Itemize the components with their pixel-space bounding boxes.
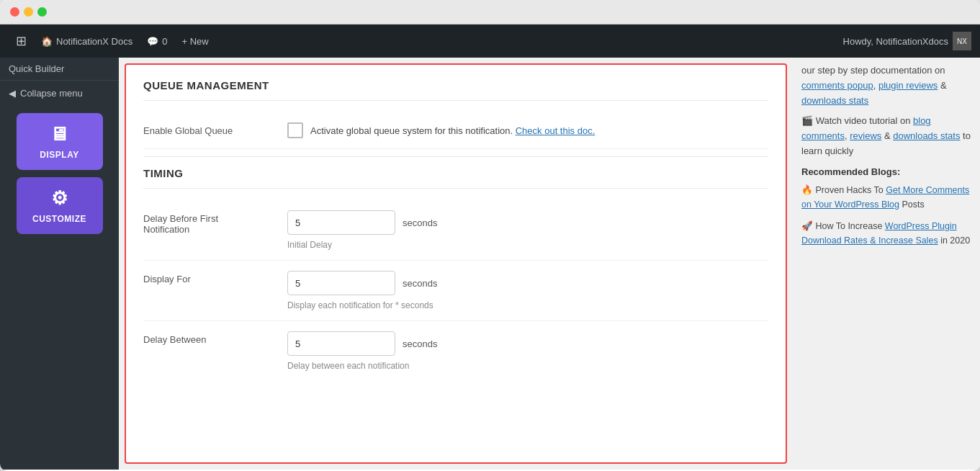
main-panel: QUEUE MANAGEMENT Enable Global Queue Act… — [119, 58, 793, 470]
new-item[interactable]: + New — [174, 24, 215, 58]
comments-count: 0 — [162, 36, 167, 47]
collapse-icon: ◀ — [9, 88, 16, 99]
queue-section-title: QUEUE MANAGEMENT — [143, 79, 768, 101]
delay-before-unit: seconds — [403, 217, 437, 228]
blog-item-2: 🚀 How To Increase WordPress Plugin Downl… — [801, 219, 971, 248]
enable-global-queue-label: Enable Global Queue — [143, 122, 287, 136]
delay-between-hint: Delay between each notification — [287, 361, 768, 371]
wp-icon: ⊞ — [16, 33, 27, 49]
display-for-input[interactable] — [287, 271, 395, 295]
form-container: QUEUE MANAGEMENT Enable Global Queue Act… — [125, 63, 787, 464]
display-for-field: seconds Display each notification for * … — [287, 271, 768, 310]
display-for-input-row: seconds — [287, 271, 768, 295]
admin-bar: ⊞ 🏠 NotificationX Docs 💬 0 + New Howdy, … — [0, 24, 980, 58]
display-for-unit: seconds — [403, 278, 437, 289]
video-intro-text: Watch video tutorial on — [816, 115, 911, 126]
enable-global-queue-field-row: Activate global queue system for this no… — [287, 122, 768, 138]
maximize-button[interactable] — [37, 7, 47, 17]
timing-section-title: TIMING — [143, 167, 768, 189]
window-chrome — [0, 0, 980, 24]
content-area: QUEUE MANAGEMENT Enable Global Queue Act… — [119, 58, 980, 470]
delay-before-input[interactable] — [287, 210, 395, 235]
right-intro: our step by step documentation on commen… — [801, 63, 971, 108]
delay-between-input[interactable] — [287, 331, 395, 356]
enable-global-queue-desc-text: Activate global queue system for this no… — [310, 125, 513, 136]
collapse-label: Collapse menu — [20, 88, 83, 99]
blog1-suffix: Posts — [902, 199, 924, 210]
avatar: NX — [953, 32, 971, 50]
display-label: DISPLAY — [40, 150, 78, 160]
main-layout: Quick Builder ◀ Collapse menu 🖥 DISPLAY … — [0, 58, 980, 470]
enable-global-queue-row: Enable Global Queue Activate global queu… — [143, 112, 768, 149]
display-for-hint: Display each notification for * seconds — [287, 300, 768, 310]
nav-items: 🖥 DISPLAY ⚙ CUSTOMIZE — [0, 106, 119, 241]
delay-between-row: Delay Between seconds Delay between each… — [143, 321, 768, 381]
new-label: + New — [181, 36, 208, 47]
comments-item[interactable]: 💬 0 — [140, 24, 174, 58]
enable-global-queue-field: Activate global queue system for this no… — [287, 122, 768, 138]
site-name: NotificationX Docs — [56, 36, 132, 47]
blog2-prefix: 🚀 How To Increase — [801, 221, 882, 231]
right-sidebar: our step by step documentation on commen… — [793, 58, 980, 470]
blog2-suffix: in 2020 — [940, 236, 970, 246]
plugin-reviews-link[interactable]: plugin reviews — [878, 80, 938, 91]
blog1-prefix: 🔥 Proven Hacks To — [801, 185, 884, 195]
minimize-button[interactable] — [24, 7, 33, 17]
sidebar: Quick Builder ◀ Collapse menu 🖥 DISPLAY … — [0, 58, 119, 470]
video-tutorial-para: 🎬 Watch video tutorial on blog comments,… — [801, 114, 971, 158]
nav-item-customize[interactable]: ⚙ CUSTOMIZE — [17, 177, 103, 234]
blog-item-1: 🔥 Proven Hacks To Get More Comments on Y… — [801, 183, 971, 212]
downloads-stats-link2[interactable]: downloads stats — [893, 130, 960, 141]
delay-before-label: Delay Before FirstNotification — [143, 210, 287, 235]
delay-between-field: seconds Delay between each notification — [287, 331, 768, 371]
delay-between-input-row: seconds — [287, 331, 768, 356]
nav-item-display[interactable]: 🖥 DISPLAY — [17, 113, 103, 170]
home-icon: 🏠 — [41, 36, 53, 47]
customize-label: CUSTOMIZE — [32, 214, 86, 224]
recommended-title: Recommended Blogs: — [801, 165, 971, 180]
intro-text: our step by step documentation on — [801, 65, 945, 76]
comments-popup-link[interactable]: comments popup — [801, 80, 873, 91]
delay-between-label: Delay Between — [143, 331, 287, 345]
admin-bar-right: Howdy, NotificationXdocs NX — [843, 32, 971, 50]
traffic-lights — [10, 7, 47, 17]
home-item[interactable]: 🏠 NotificationX Docs — [34, 24, 140, 58]
reviews-link[interactable]: reviews — [850, 130, 881, 141]
comments-icon: 💬 — [147, 36, 158, 47]
enable-global-queue-desc: Activate global queue system for this no… — [310, 125, 595, 136]
display-for-row: Display For seconds Display each notific… — [143, 261, 768, 321]
delay-between-unit: seconds — [403, 338, 437, 349]
customize-icon: ⚙ — [51, 187, 68, 210]
wp-logo-item[interactable]: ⊞ — [9, 24, 34, 58]
delay-before-input-row: seconds — [287, 210, 768, 235]
enable-global-queue-checkbox[interactable] — [287, 122, 303, 138]
delay-before-row: Delay Before FirstNotification seconds I… — [143, 200, 768, 261]
check-out-doc-link[interactable]: Check out this doc. — [516, 125, 595, 136]
close-button[interactable] — [10, 7, 19, 17]
delay-before-hint: Initial Delay — [287, 240, 768, 250]
display-icon: 🖥 — [50, 123, 69, 145]
delay-before-field: seconds Initial Delay — [287, 210, 768, 250]
admin-bar-left: ⊞ 🏠 NotificationX Docs 💬 0 + New — [9, 24, 843, 58]
howdy-text: Howdy, NotificationXdocs — [843, 36, 948, 47]
display-for-label: Display For — [143, 271, 287, 284]
collapse-menu-button[interactable]: ◀ Collapse menu — [0, 81, 119, 106]
right-sidebar-scroll: our step by step documentation on commen… — [801, 63, 971, 464]
quick-builder-label: Quick Builder — [0, 58, 119, 81]
section-divider — [143, 156, 768, 157]
downloads-stats-link[interactable]: downloads stats — [801, 95, 868, 106]
